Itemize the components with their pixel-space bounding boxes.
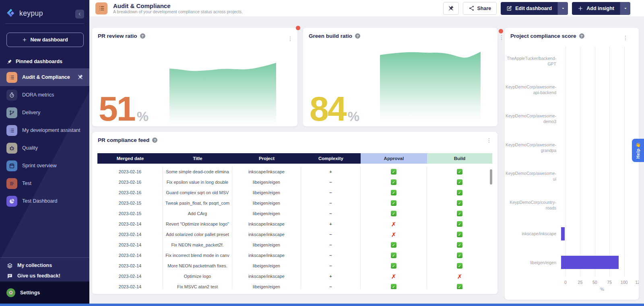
cell-merged-date: 2023-02-15 — [97, 208, 163, 219]
caret-down-icon — [561, 6, 566, 11]
add-insight-button[interactable]: Add insight — [572, 2, 620, 15]
bar[interactable] — [561, 256, 619, 269]
check-icon: ✓ — [391, 190, 396, 195]
table-row[interactable]: 2023-02-15Add CArglibeigen/eigen−✓✓ — [97, 208, 492, 219]
kebab-menu-icon[interactable] — [486, 138, 492, 143]
table-row[interactable]: 2023-02-16Some simple dead-code eliminai… — [97, 166, 492, 177]
sidebar-item-delivery[interactable]: Delivery — [0, 104, 89, 121]
topbar: Audit & Compliance A breakdown of your d… — [89, 0, 644, 17]
cell-project: libeigen/eigen — [232, 281, 301, 289]
project-compliance-score-card: Project compliance score TheAppleTucker/… — [504, 27, 639, 300]
table-row[interactable]: 2023-02-14Optimize logoinkscape/inkscape… — [97, 271, 492, 281]
pie-chart-icon — [6, 196, 17, 207]
help-question-icon[interactable] — [152, 138, 157, 143]
category-label: KeypDemoCorp/awesome-demo3 — [505, 113, 561, 124]
table-row[interactable]: 2023-02-16Fix epsilon value in long doub… — [97, 177, 492, 187]
column-header-merged-date: Merged date — [97, 153, 163, 164]
cell-title: Fix epsilon value in long double — [163, 177, 232, 187]
sidebar-item-my-development-assistant[interactable]: My development assistant — [0, 121, 89, 139]
sidebar-item-sprint-overview[interactable]: Sprint overview — [0, 157, 89, 175]
edit-dashboard-button[interactable]: Edit dashboard — [501, 2, 557, 15]
help-tab[interactable]: 👋 Help — [632, 139, 644, 162]
sidebar-divider — [5, 23, 84, 24]
cell-project: libeigen/eigen — [232, 208, 301, 219]
wave-hand-icon: 👋 — [635, 142, 641, 147]
column-header-title: Title — [163, 153, 232, 164]
footer-link-give-us-feedback-[interactable]: Give us feedback! — [0, 271, 89, 281]
cell-project: inkscape/inkscape — [232, 166, 301, 177]
sidebar-item-label: DORA metrics — [22, 92, 54, 98]
cross-icon: ✗ — [391, 273, 396, 279]
share-button[interactable]: Share — [463, 2, 497, 15]
table-row[interactable]: 2023-02-14Fix MSVC atan2 testlibeigen/ei… — [97, 281, 492, 289]
sidebar-item-audit-compliance[interactable]: Audit & Compliance — [0, 68, 89, 86]
table-scrollbar-thumb[interactable] — [490, 169, 492, 185]
cell-title: More NEON packetmath fixes. — [163, 261, 232, 271]
add-insight-dropdown-button[interactable] — [620, 2, 630, 15]
cell-project: libeigen/eigen — [232, 198, 301, 208]
x-axis-ticks: 0255075100125 — [566, 280, 639, 285]
plus-icon — [22, 37, 27, 42]
sidebar-item-quality[interactable]: Quality — [0, 139, 89, 157]
cell-approval: ✗ — [361, 229, 427, 240]
bar-row: TheAppleTucker/backend-GPT — [505, 47, 639, 76]
bar-row: libeigen/eigen — [505, 248, 639, 277]
footer-link-my-collections[interactable]: My collections — [0, 260, 89, 271]
sidebar-item-test[interactable]: Test — [0, 175, 89, 192]
x-axis-tick: 100 — [621, 280, 628, 285]
cell-approval: ✓ — [361, 250, 427, 261]
cell-complexity: − — [301, 240, 361, 250]
table-row[interactable]: 2023-02-14Add solarized color pallet pre… — [97, 229, 492, 240]
cell-project: libeigen/eigen — [232, 177, 301, 187]
sidebar-item-test-dashboard[interactable]: Test Dashboard — [0, 192, 89, 210]
check-icon: ✓ — [457, 284, 462, 289]
logo[interactable]: keypup — [6, 8, 43, 18]
check-icon: ✓ — [391, 211, 396, 216]
table-row[interactable]: 2023-02-16Guard complex sqrt on old MSVl… — [97, 187, 492, 198]
list-icon — [98, 5, 105, 12]
pin-slash-icon[interactable] — [77, 74, 83, 80]
help-question-icon[interactable] — [140, 33, 145, 39]
cell-complexity: − — [301, 281, 361, 289]
sidebar-collapse-button[interactable] — [75, 10, 84, 18]
table-row[interactable]: 2023-02-14Fix incorrect blend mode in ca… — [97, 250, 492, 261]
table-row[interactable]: 2023-02-14Revert "Optimize inkscape logo… — [97, 219, 492, 229]
sidebar-item-dora-metrics[interactable]: DORA metrics — [0, 86, 89, 104]
share-icon — [469, 5, 475, 11]
cell-build: ✓ — [427, 261, 492, 271]
cell-complexity: − — [301, 187, 361, 198]
card-header: Project compliance score — [510, 33, 584, 39]
cell-approval: ✓ — [361, 177, 427, 187]
bar-row: KeypDemoCorp/awesome-api-backend — [505, 76, 639, 105]
kebab-menu-icon[interactable] — [623, 35, 628, 41]
green-build-ratio-card: Green build ratio 84 % — [303, 27, 498, 127]
cell-build: ✓ — [427, 229, 492, 240]
category-label: inkscape/inkscape — [505, 231, 561, 236]
table-row[interactable]: 2023-02-14Fix NEON make_packet2f.libeige… — [97, 240, 492, 250]
green-build-ratio-value: 84 % — [310, 94, 359, 123]
cell-complexity: − — [301, 261, 361, 271]
cell-merged-date: 2023-02-15 — [97, 198, 163, 208]
page-title: Audit & Compliance — [113, 2, 243, 9]
table-row[interactable]: 2023-02-15Tweak pasin_float, fix psqrt_c… — [97, 198, 492, 208]
bar[interactable] — [561, 227, 565, 240]
settings-bar[interactable]: ✿ Settings — [0, 281, 89, 304]
cell-title: Tweak pasin_float, fix psqrt_com — [163, 198, 232, 208]
category-label: KeypDemoCorp/awesome-ui — [505, 170, 561, 182]
pinned-dashboards-label: Pinned dashboards — [16, 59, 62, 64]
sidebar-footer: My collectionsGive us feedback! — [0, 257, 89, 281]
unpin-dashboard-button[interactable] — [443, 2, 459, 15]
chat-icon — [7, 273, 13, 279]
kebab-menu-icon[interactable] — [287, 36, 293, 41]
cell-approval: ✓ — [361, 240, 427, 250]
help-question-icon[interactable] — [579, 33, 584, 39]
card-title: PR compliance feed — [98, 137, 149, 143]
new-dashboard-button[interactable]: New dashboard — [6, 33, 84, 47]
edit-dashboard-dropdown-button[interactable] — [557, 2, 568, 15]
menu-icon — [6, 178, 17, 189]
cell-build: ✓ — [427, 177, 492, 187]
help-question-icon[interactable] — [355, 33, 360, 39]
kebab-menu-icon[interactable] — [499, 35, 504, 40]
table-row[interactable]: 2023-02-14More NEON packetmath fixes.lib… — [97, 261, 492, 271]
bar-row: KeypDemoCorp/awesome-ui — [505, 162, 639, 191]
